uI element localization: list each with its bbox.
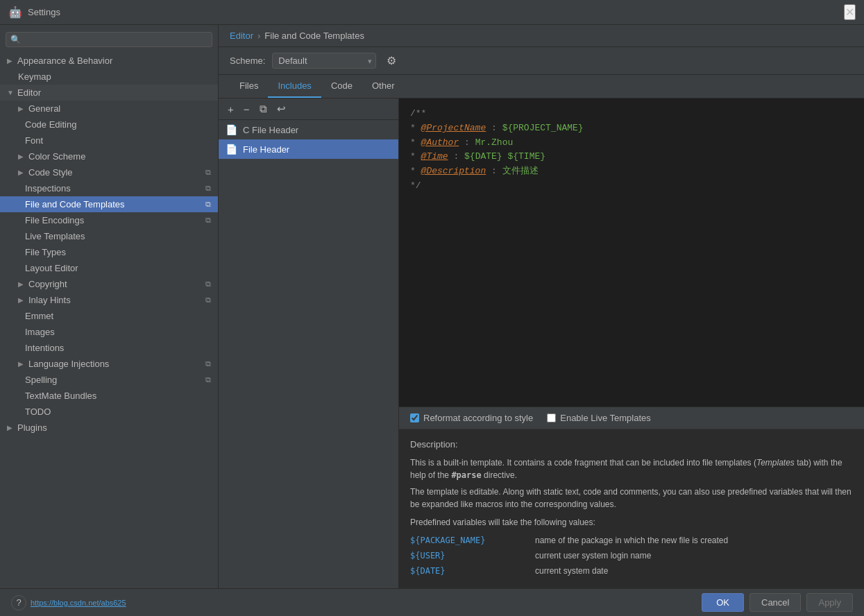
copy-icon: ⧉ <box>205 168 211 177</box>
live-templates-checkbox[interactable] <box>547 413 556 422</box>
code-editor[interactable]: /** * @ProjectName : ${PROJECT_NAME} * @… <box>399 99 864 407</box>
sidebar-item-layout-editor[interactable]: Layout Editor <box>0 260 218 276</box>
template-item-file-header[interactable]: 📄 File Header <box>219 139 398 159</box>
action-buttons: OK Cancel Apply <box>702 593 853 612</box>
sidebar-item-general[interactable]: ▶ General <box>0 101 218 117</box>
sidebar-item-label: Color Scheme <box>28 151 85 162</box>
reformat-checkbox-label[interactable]: Reformat according to style <box>410 413 533 423</box>
split-pane: + − ⧉ ↩ 📄 C File Header 📄 File Header <box>219 99 864 588</box>
code-line-5: * @Description : 文件描述 <box>410 164 539 179</box>
bottom-bar: ? https://blog.csdn.net/abs625 OK Cancel… <box>0 588 864 616</box>
sidebar-item-file-and-code-templates[interactable]: File and Code Templates ⧉ <box>0 196 218 212</box>
sidebar-item-textmate-bundles[interactable]: TextMate Bundles <box>0 388 218 404</box>
add-template-button[interactable]: + <box>224 102 237 117</box>
sidebar-item-label: Layout Editor <box>25 263 78 273</box>
sidebar-item-label: Intentions <box>25 343 64 353</box>
sidebar-item-plugins[interactable]: ▶ Plugins <box>0 420 218 436</box>
sidebar-item-label: Live Templates <box>25 231 85 241</box>
var-name-user: ${USER} <box>410 549 535 562</box>
sidebar-item-file-types[interactable]: File Types <box>0 244 218 260</box>
sidebar-item-live-templates[interactable]: Live Templates <box>0 228 218 244</box>
expand-icon: ▶ <box>18 280 25 288</box>
url-link[interactable]: https://blog.csdn.net/abs625 <box>31 599 126 607</box>
sidebar-item-label: File and Code Templates <box>25 199 125 209</box>
live-templates-checkbox-label[interactable]: Enable Live Templates <box>547 413 651 423</box>
cancel-button[interactable]: Cancel <box>749 593 801 612</box>
breadcrumb-separator: › <box>257 31 260 41</box>
content-area: Editor › File and Code Templates Scheme:… <box>219 25 864 588</box>
search-input[interactable] <box>24 35 207 44</box>
sidebar-item-inspections[interactable]: Inspections ⧉ <box>0 180 218 196</box>
sidebar-item-images[interactable]: Images <box>0 324 218 340</box>
scheme-bar: Scheme: Default Project ⚙ <box>219 47 864 75</box>
sidebar-item-spelling[interactable]: Spelling ⧉ <box>0 372 218 388</box>
ok-button[interactable]: OK <box>702 593 744 612</box>
template-icon: 📄 <box>226 124 237 135</box>
sidebar-item-file-encodings[interactable]: File Encodings ⧉ <box>0 212 218 228</box>
sidebar-search[interactable]: 🔍 <box>6 32 212 47</box>
breadcrumb-current: File and Code Templates <box>264 31 364 41</box>
sidebar-item-label: Font <box>25 135 43 146</box>
sidebar-item-code-editing[interactable]: Code Editing <box>0 117 218 132</box>
description-text3: Predefined variables will take the follo… <box>410 516 853 529</box>
live-templates-label: Enable Live Templates <box>560 413 651 423</box>
description-title: Description: <box>410 438 853 452</box>
tab-includes[interactable]: Includes <box>268 75 321 98</box>
sidebar-item-label: Images <box>25 327 55 337</box>
search-icon: 🔍 <box>10 35 21 44</box>
copy-icon: ⧉ <box>205 280 211 289</box>
sidebar-item-label: Plugins <box>17 422 47 433</box>
sidebar-item-label: Editor <box>17 87 41 98</box>
help-button[interactable]: ? <box>11 595 26 610</box>
var-row-package: ${PACKAGE_NAME} name of the package in w… <box>410 534 853 547</box>
description-panel: Description: This is a built-in template… <box>399 429 864 589</box>
reformat-checkbox[interactable] <box>410 413 419 422</box>
expand-icon: ▶ <box>18 153 25 160</box>
sidebar-item-language-injections[interactable]: ▶ Language Injections ⧉ <box>0 356 218 372</box>
sidebar-item-inlay-hints[interactable]: ▶ Inlay Hints ⧉ <box>0 292 218 308</box>
variable-table: ${PACKAGE_NAME} name of the package in w… <box>410 534 853 577</box>
close-button[interactable]: ✕ <box>844 4 856 20</box>
template-label: File Header <box>243 144 289 155</box>
window-title: Settings <box>28 7 60 17</box>
copy-template-button[interactable]: ⧉ <box>256 101 271 117</box>
sidebar-item-label: General <box>28 103 60 114</box>
sidebar-item-keymap[interactable]: Keymap <box>0 69 218 85</box>
title-bar: 🤖 Settings ✕ <box>0 0 864 25</box>
tab-other[interactable]: Other <box>362 75 405 98</box>
template-list: 📄 C File Header 📄 File Header <box>219 120 398 588</box>
sidebar-item-color-scheme[interactable]: ▶ Color Scheme <box>0 148 218 164</box>
template-item-c-file-header[interactable]: 📄 C File Header <box>219 120 398 139</box>
sidebar-item-emmet[interactable]: Emmet <box>0 308 218 324</box>
scheme-label: Scheme: <box>230 55 265 66</box>
var-desc-package: name of the package in which the new fil… <box>535 534 728 547</box>
tab-code[interactable]: Code <box>321 75 362 98</box>
sidebar-item-label: TextMate Bundles <box>25 391 96 401</box>
description-text2: The template is editable. Along with sta… <box>410 486 853 511</box>
scheme-dropdown[interactable]: Default Project <box>272 53 376 69</box>
sidebar-item-editor[interactable]: ▼ Editor <box>0 85 218 101</box>
breadcrumb-parent[interactable]: Editor <box>230 31 253 41</box>
code-comment-open: /** <box>410 107 426 121</box>
apply-button[interactable]: Apply <box>806 593 853 612</box>
sidebar-item-label: Inlay Hints <box>28 295 71 305</box>
sidebar-item-intentions[interactable]: Intentions <box>0 340 218 356</box>
scheme-gear-button[interactable]: ⚙ <box>383 53 400 69</box>
sidebar-item-label: Keymap <box>18 71 51 82</box>
sidebar-item-appearance[interactable]: ▶ Appearance & Behavior <box>0 53 218 69</box>
options-bar: Reformat according to style Enable Live … <box>399 407 864 429</box>
reset-template-button[interactable]: ↩ <box>273 101 289 117</box>
sidebar-item-code-style[interactable]: ▶ Code Style ⧉ <box>0 164 218 180</box>
sidebar-item-label: Language Injections <box>28 359 109 369</box>
sidebar-item-todo[interactable]: TODO <box>0 404 218 420</box>
sidebar-item-font[interactable]: Font <box>0 132 218 148</box>
scheme-dropdown-wrap[interactable]: Default Project <box>272 53 376 69</box>
copy-icon: ⧉ <box>205 200 211 209</box>
copy-icon: ⧉ <box>205 375 211 384</box>
sidebar-item-copyright[interactable]: ▶ Copyright ⧉ <box>0 276 218 292</box>
description-text1: This is a built-in template. It contains… <box>410 456 853 481</box>
remove-template-button[interactable]: − <box>240 102 253 117</box>
template-toolbar: + − ⧉ ↩ <box>219 99 398 120</box>
tab-files[interactable]: Files <box>230 75 268 98</box>
var-desc-date: current system date <box>535 565 608 577</box>
